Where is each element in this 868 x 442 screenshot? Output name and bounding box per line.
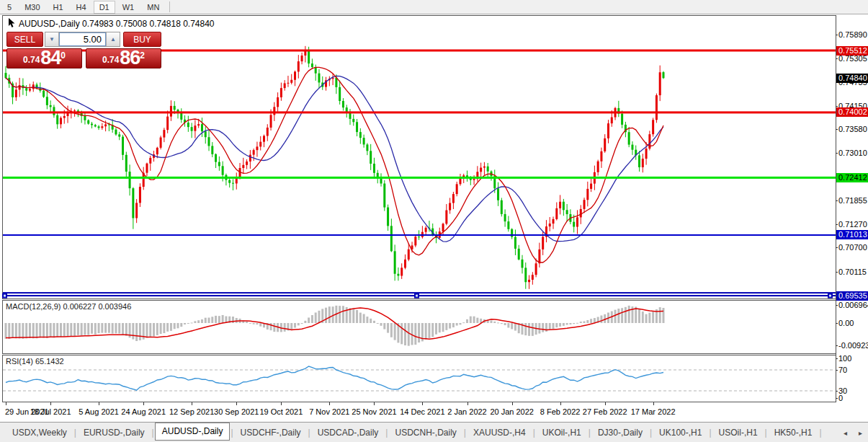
buy-price-big: 86: [120, 49, 140, 67]
price-axis-label: 0.70115: [838, 268, 867, 277]
macd-axis-label: -0.00923: [838, 341, 868, 350]
horizontal-line-0.71013[interactable]: [3, 234, 836, 236]
macd-label: MACD(12,26,9) 0.006227 0.003946: [6, 302, 131, 311]
buy-button[interactable]: BUY: [123, 32, 161, 47]
cursor-arrow-icon: [8, 18, 17, 28]
chevron-up-icon: ▲: [110, 36, 116, 43]
price-axis-label: 0.73580: [838, 125, 867, 134]
volume-stepper: ▼ 5.00 ▲: [45, 32, 120, 47]
chart-title-ohlc: 0.74983 0.75008 0.74818 0.74840: [82, 19, 215, 29]
chevron-down-icon: ▼: [49, 36, 55, 43]
sell-price-display[interactable]: 0.74 84 0: [6, 48, 82, 68]
sell-price-big: 84: [40, 49, 61, 67]
sell-price-sup: 0: [61, 50, 66, 61]
macd-signal-line: [6, 308, 663, 339]
buy-price-display[interactable]: 0.74 86 2: [86, 48, 161, 68]
buy-price-sup: 2: [140, 50, 145, 61]
price-level-badge: 0.69535: [836, 291, 868, 301]
rsi-axis-tick: [836, 358, 838, 359]
ma-fast-line: [6, 67, 663, 262]
price-level-badge: 0.71013: [836, 230, 868, 239]
price-axis-tick: [836, 224, 838, 225]
trade-widget: SELL ▼ 5.00 ▲ BUY 0.74 84 0 0.74 86 2: [6, 32, 161, 68]
horizontal-line-0.74002[interactable]: [3, 111, 836, 113]
price-axis-label: 0.70700: [838, 243, 867, 252]
price-axis-tick: [836, 106, 838, 107]
chart-title: AUDUSD-,Daily 0.74983 0.75008 0.74818 0.…: [19, 19, 215, 29]
macd-axis-label: 0.006964: [838, 301, 868, 310]
price-axis-label: 0.71270: [838, 220, 867, 229]
volume-decrease-button[interactable]: ▼: [45, 32, 59, 46]
sell-price-small: 0.74: [23, 55, 40, 65]
mt4-terminal: 5M30H1H4D1W1MN AUDUSD-,Daily 0.74983 0.7…: [0, 0, 868, 442]
macd-axis-tick: [836, 323, 838, 324]
price-axis-tick: [836, 272, 838, 273]
rsi-label: RSI(14) 65.1432: [6, 357, 64, 366]
ma-slow-line: [6, 76, 663, 242]
macd-histogram-group: [5, 306, 665, 346]
horizontal-line-0.72412[interactable]: [3, 177, 836, 179]
price-axis-label: 0.73010: [838, 149, 867, 158]
price-axis-tick: [836, 200, 838, 201]
price-axis-label: 0.75305: [838, 54, 867, 63]
macd-axis-tick: [836, 345, 838, 346]
buy-price-small: 0.74: [102, 55, 119, 65]
price-axis-tick: [836, 35, 838, 35]
macd-axis-tick: [836, 305, 838, 306]
rsi-axis-label: 70: [838, 366, 847, 375]
sell-button[interactable]: SELL: [6, 32, 43, 47]
chart-title-symbol: AUDUSD-,Daily: [19, 19, 80, 29]
price-axis-tick: [836, 153, 838, 154]
volume-increase-button[interactable]: ▲: [106, 32, 120, 46]
price-level-badge: 0.72412: [836, 173, 868, 182]
macd-axis-label: 0.00: [838, 319, 854, 328]
price-axis-tick: [836, 58, 838, 59]
rsi-axis-label: 100: [838, 354, 851, 363]
price-axis-label: 0.71855: [838, 196, 867, 205]
price-axis-tick: [836, 129, 838, 130]
rsi-axis-label: 0: [838, 394, 843, 403]
price-level-badge: 0.74002: [836, 107, 868, 117]
price-axis-label: 0.75890: [838, 30, 867, 40]
rsi-axis-tick: [836, 391, 838, 392]
current-price-badge: 0.74840: [836, 74, 868, 83]
price-axis-tick: [836, 247, 838, 248]
level-lines-group[interactable]: [2, 50, 836, 299]
rsi-axis-tick: [836, 370, 838, 371]
price-level-badge: 0.75512: [836, 46, 868, 56]
volume-input[interactable]: 5.00: [59, 32, 106, 46]
candles-group: [5, 46, 665, 289]
rsi-axis-tick: [836, 398, 838, 399]
